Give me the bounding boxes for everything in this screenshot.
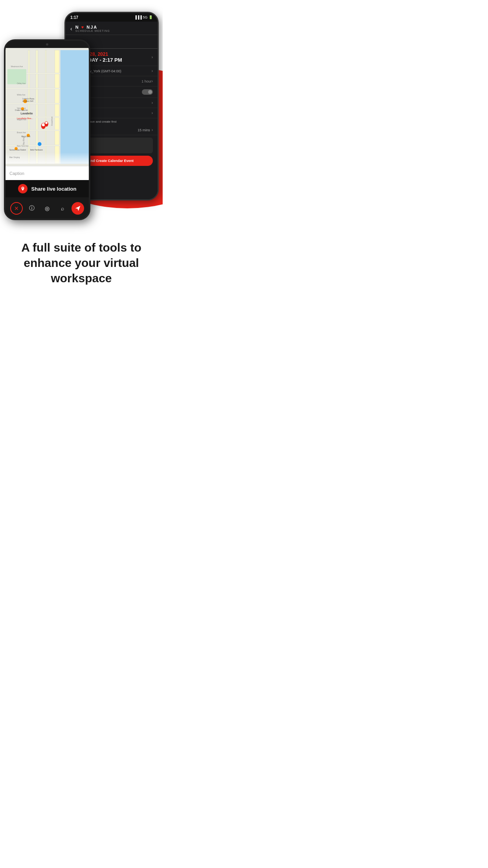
svg-rect-11	[6, 145, 61, 146]
bottom-toolbar: ✕ ⓘ ◎ ⌕	[6, 197, 89, 219]
status-bar: 1:17 ▐▐▐ 5G 🔋	[66, 13, 158, 22]
share-location-bar[interactable]: Share live location	[6, 180, 89, 197]
reminder-chevron-icon: ›	[152, 128, 153, 132]
svg-rect-7	[6, 88, 61, 89]
date-chevron-icon: ›	[152, 55, 153, 59]
status-icons: ▐▐▐ 5G 🔋	[134, 15, 153, 19]
svg-rect-4	[45, 50, 46, 164]
svg-text:Westmont Ave: Westmont Ave	[11, 66, 23, 68]
svg-rect-10	[6, 130, 61, 131]
svg-text:White Ave: White Ave	[17, 94, 26, 96]
svg-text:Sunoco Gas Station: Sunoco Gas Station	[9, 149, 26, 151]
caption-bar: Caption	[6, 166, 89, 180]
svg-text:Bay Blvd: Bay Blvd	[23, 137, 25, 145]
front-phone: Westmont Ave Ortley Ave White Ave Vance …	[4, 39, 90, 220]
participants-chevron-icon: ›	[152, 101, 153, 105]
phones-container: 1:17 ▐▐▐ 5G 🔋 ‹ N ♥ NJA SCHEDULE MEETING…	[0, 8, 163, 228]
svg-rect-5	[55, 50, 59, 164]
duration-value: 1 hour	[141, 79, 152, 83]
phone-top-bar	[6, 41, 89, 48]
timezone-chevron-icon: ›	[152, 69, 153, 73]
schedule-subtitle: SCHEDULE MEETING	[75, 29, 110, 32]
camera-dot	[46, 43, 48, 46]
reminder-time: 15 mins	[138, 128, 150, 132]
svg-text:llette Hardware: llette Hardware	[30, 149, 43, 151]
search-button[interactable]: ⌕	[56, 202, 69, 215]
svg-point-33	[38, 142, 42, 146]
svg-text:Lavallette Bea...: Lavallette Bea...	[17, 117, 33, 120]
back-button[interactable]: ‹	[70, 26, 72, 32]
brand-area: N ♥ NJA SCHEDULE MEETING	[75, 25, 110, 32]
close-button[interactable]: ✕	[10, 202, 23, 215]
share-location-text: Share live location	[31, 186, 77, 192]
map-view[interactable]: Westmont Ave Ortley Ave White Ave Vance …	[6, 48, 89, 166]
send-button[interactable]	[72, 202, 84, 215]
svg-text:Crabs Claw Inn: Crabs Claw Inn	[15, 109, 28, 111]
status-time: 1:17	[70, 15, 78, 20]
svg-rect-8	[6, 103, 61, 104]
svg-text:Man Singing: Man Singing	[9, 156, 20, 158]
location-pin-icon	[18, 184, 28, 193]
info-button[interactable]: ⓘ	[26, 202, 38, 215]
svg-text:& Italian Grill: & Italian Grill	[22, 100, 33, 102]
duration-chevron-icon: ›	[152, 79, 153, 83]
svg-text:Meg's Grill: Meg's Grill	[21, 136, 30, 138]
map-svg: Westmont Ave Ortley Ave White Ave Vance …	[6, 48, 89, 166]
svg-point-36	[42, 123, 45, 126]
svg-rect-12	[7, 69, 26, 85]
svg-rect-2	[36, 50, 38, 164]
svg-point-38	[45, 122, 48, 124]
brand-name: N ♥ NJA	[75, 25, 110, 29]
recording-toggle[interactable]	[142, 89, 153, 95]
caption-text: Caption	[9, 171, 24, 176]
svg-text:Brown Ave: Brown Ave	[17, 132, 26, 134]
tagline-section: A full suite of tools to enhance your vi…	[0, 228, 163, 302]
svg-text:Ortley Ave: Ortley Ave	[17, 83, 26, 85]
svg-rect-0	[59, 50, 89, 164]
location-button[interactable]: ◎	[41, 202, 53, 215]
page-wrapper: 1:17 ▐▐▐ 5G 🔋 ‹ N ♥ NJA SCHEDULE MEETING…	[0, 0, 163, 302]
group-chevron-icon: ›	[152, 111, 153, 115]
svg-text:New York Ave: New York Ave	[17, 145, 29, 147]
svg-text:Oceanfront: Oceanfront	[51, 116, 53, 126]
tagline-text: A full suite of tools to enhance your vi…	[12, 240, 151, 286]
svg-text:Lavallette: Lavallette	[21, 112, 33, 115]
schedule-header: ‹ N ♥ NJA SCHEDULE MEETING	[66, 22, 158, 35]
svg-text:Lenny's Pizza: Lenny's Pizza	[22, 98, 34, 100]
